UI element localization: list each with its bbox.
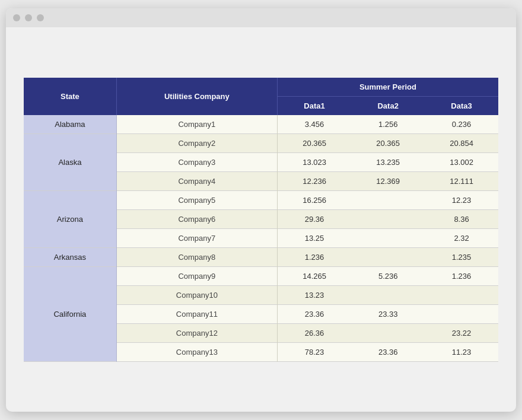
company-cell: Company4 — [116, 171, 277, 190]
data1-cell: 16.256 — [277, 190, 351, 209]
company-cell: Company8 — [116, 247, 277, 266]
data1-cell: 26.36 — [277, 323, 351, 342]
data3-cell: 13.002 — [425, 152, 498, 171]
data3-cell — [425, 285, 498, 304]
titlebar — [6, 8, 516, 27]
company-cell: Company13 — [116, 342, 277, 361]
data3-cell — [425, 304, 498, 323]
state-cell: Alaska — [24, 133, 116, 190]
data2-cell: 1.256 — [351, 115, 425, 134]
data3-cell: 1.236 — [425, 266, 498, 285]
data1-header: Data1 — [277, 96, 351, 115]
table-row: ArkansasCompany81.2361.235 — [24, 247, 498, 266]
data2-cell — [351, 190, 425, 209]
table-row: CaliforniaCompany914.2655.2361.236 — [24, 266, 498, 285]
company-cell: Company3 — [116, 152, 277, 171]
data2-header: Data2 — [351, 96, 425, 115]
dot-green — [37, 14, 44, 21]
data2-cell — [351, 323, 425, 342]
table-wrapper: State Utilities Company Summer Period Da… — [24, 78, 498, 362]
data1-cell: 13.023 — [277, 152, 351, 171]
table-row: AlabamaCompany13.4561.2560.236 — [24, 115, 498, 134]
data3-cell: 12.23 — [425, 190, 498, 209]
state-cell: Arizona — [24, 190, 116, 247]
data1-cell: 13.25 — [277, 228, 351, 247]
dot-red — [13, 14, 20, 21]
data1-cell: 14.265 — [277, 266, 351, 285]
data1-cell: 78.23 — [277, 342, 351, 361]
app-window: State Utilities Company Summer Period Da… — [6, 8, 516, 412]
data2-cell — [351, 247, 425, 266]
data3-cell: 23.22 — [425, 323, 498, 342]
company-cell: Company6 — [116, 209, 277, 228]
data1-cell: 3.456 — [277, 115, 351, 134]
company-cell: Company9 — [116, 266, 277, 285]
data2-cell — [351, 285, 425, 304]
data3-cell: 2.32 — [425, 228, 498, 247]
data-table: State Utilities Company Summer Period Da… — [24, 78, 498, 362]
data3-cell: 12.111 — [425, 171, 498, 190]
state-cell: Alabama — [24, 115, 116, 134]
data3-header: Data3 — [425, 96, 498, 115]
data1-cell: 23.36 — [277, 304, 351, 323]
data1-cell: 12.236 — [277, 171, 351, 190]
table-row: AlaskaCompany220.36520.36520.854 — [24, 133, 498, 152]
company-cell: Company5 — [116, 190, 277, 209]
company-cell: Company10 — [116, 285, 277, 304]
company-cell: Company12 — [116, 323, 277, 342]
period-header: Summer Period — [277, 78, 498, 97]
company-cell: Company7 — [116, 228, 277, 247]
data1-cell: 13.23 — [277, 285, 351, 304]
data1-cell: 20.365 — [277, 133, 351, 152]
data2-cell: 20.365 — [351, 133, 425, 152]
data3-cell: 20.854 — [425, 133, 498, 152]
data2-cell: 23.33 — [351, 304, 425, 323]
company-cell: Company2 — [116, 133, 277, 152]
company-cell: Company1 — [116, 115, 277, 134]
state-cell: Arkansas — [24, 247, 116, 266]
main-content: State Utilities Company Summer Period Da… — [6, 27, 516, 412]
state-cell: California — [24, 266, 116, 361]
state-header: State — [24, 78, 116, 115]
data2-cell: 12.369 — [351, 171, 425, 190]
table-row: ArizonaCompany516.25612.23 — [24, 190, 498, 209]
data1-cell: 1.236 — [277, 247, 351, 266]
data2-cell — [351, 209, 425, 228]
data3-cell: 0.236 — [425, 115, 498, 134]
data1-cell: 29.36 — [277, 209, 351, 228]
company-header: Utilities Company — [116, 78, 277, 115]
data2-cell: 13.235 — [351, 152, 425, 171]
data2-cell — [351, 228, 425, 247]
dot-yellow — [25, 14, 32, 21]
data3-cell: 11.23 — [425, 342, 498, 361]
company-cell: Company11 — [116, 304, 277, 323]
data3-cell: 8.36 — [425, 209, 498, 228]
data2-cell: 23.36 — [351, 342, 425, 361]
data3-cell: 1.235 — [425, 247, 498, 266]
data2-cell: 5.236 — [351, 266, 425, 285]
